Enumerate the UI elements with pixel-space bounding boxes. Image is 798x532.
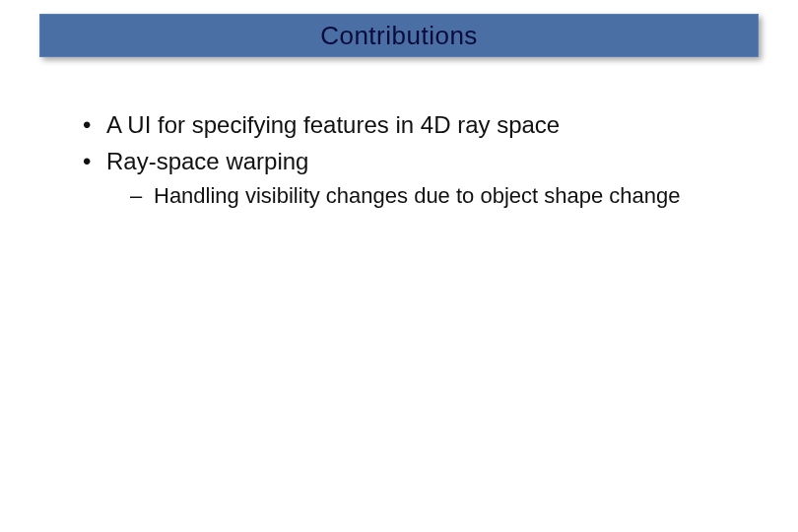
- bullet-list-level1: A UI for specifying features in 4D ray s…: [79, 108, 729, 211]
- bullet-text: A UI for specifying features in 4D ray s…: [106, 111, 560, 138]
- bullet-item: Ray-space warping Handling visibility ch…: [79, 145, 729, 212]
- bullet-subtext: Handling visibility changes due to objec…: [154, 183, 680, 208]
- slide-content: A UI for specifying features in 4D ray s…: [79, 108, 729, 213]
- bullet-subitem: Handling visibility changes due to objec…: [130, 181, 729, 212]
- slide-title: Contributions: [320, 21, 478, 51]
- bullet-list-level2: Handling visibility changes due to objec…: [130, 181, 729, 212]
- bullet-item: A UI for specifying features in 4D ray s…: [79, 108, 729, 143]
- title-bar: Contributions: [39, 14, 759, 57]
- bullet-text: Ray-space warping: [106, 148, 308, 174]
- slide: Contributions A UI for specifying featur…: [0, 0, 798, 532]
